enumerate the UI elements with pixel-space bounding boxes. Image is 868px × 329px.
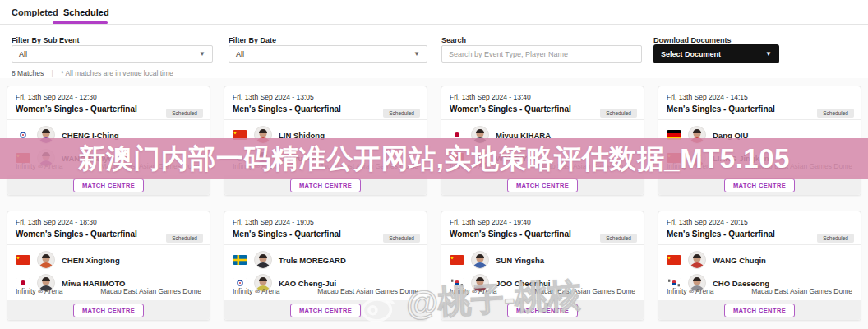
status-badge: Scheduled — [817, 109, 854, 118]
results-meta: 8 Matches | * All matches are in venue l… — [12, 69, 173, 77]
venue-court: Infinity ∞ Arena — [667, 287, 714, 295]
match-centre-button[interactable]: MATCH CENTRE — [724, 304, 795, 317]
select-document-label: Select Document — [661, 50, 721, 58]
divider — [224, 244, 427, 245]
sub-event-filter-label: Filter By Sub Event — [12, 36, 80, 44]
tab-bar: Completed Scheduled — [0, 0, 868, 25]
player-name: JOO Cheonhui — [496, 279, 551, 288]
promo-banner-text: 新澳门内部一码精准公开网站,实地策略评估数据_MT5.105 — [78, 141, 790, 178]
date-select[interactable]: All ▼ — [229, 45, 427, 63]
sub-event-select[interactable]: All ▼ — [12, 45, 213, 63]
player-row: SUN Yingsha — [441, 249, 644, 271]
match-date: Fri, 13th Sep 2024 - 13:05 — [233, 93, 418, 101]
page: Completed Scheduled Filter By Sub Event … — [0, 0, 868, 329]
venue-row: Infinity ∞ Arena Macao East Asian Games … — [16, 287, 201, 295]
match-centre-button[interactable]: MATCH CENTRE — [507, 304, 578, 317]
match-grid: Fri, 13th Sep 2024 - 12:30 Women's Singl… — [7, 86, 861, 321]
player-name: CHEN Xingtong — [62, 256, 120, 265]
search-input[interactable] — [441, 45, 642, 63]
date-value: All — [236, 50, 244, 58]
player-name: SUN Yingsha — [496, 256, 544, 265]
download-documents-label: Download Documents — [653, 36, 732, 44]
venue-name: Macao East Asian Games Dome — [100, 287, 201, 295]
status-badge: Scheduled — [383, 234, 420, 243]
divider: | — [52, 69, 53, 77]
player-name: Truls MOREGARD — [279, 256, 346, 265]
player-row: Truls MOREGARD — [224, 249, 427, 271]
match-centre-button[interactable]: MATCH CENTRE — [290, 178, 361, 192]
match-date: Fri, 13th Sep 2024 - 12:30 — [16, 93, 201, 101]
match-count: 8 Matches — [12, 69, 44, 77]
player-name: WANG Chuqin — [713, 256, 766, 265]
card-footer: MATCH CENTRE — [658, 300, 861, 320]
card-footer: MATCH CENTRE — [7, 300, 210, 320]
match-card: Fri, 13th Sep 2024 - 19:40 Women's Singl… — [441, 211, 644, 321]
match-card: Fri, 13th Sep 2024 - 18:30 Women's Singl… — [7, 211, 210, 321]
player-row: CHEN Xingtong — [7, 249, 210, 271]
date-filter-label: Filter By Date — [229, 36, 276, 44]
divider — [441, 119, 644, 120]
venue-court: Infinity ∞ Arena — [450, 287, 497, 295]
promo-banner-overlay: 新澳门内部一码精准公开网站,实地策略评估数据_MT5.105 — [0, 138, 868, 179]
venue-court: Infinity ∞ Arena — [16, 287, 63, 295]
match-centre-button[interactable]: MATCH CENTRE — [290, 304, 361, 317]
card-footer: MATCH CENTRE — [441, 300, 644, 320]
player-name: Miwa HARIMOTO — [62, 279, 125, 288]
venue-row: Infinity ∞ Arena Macao East Asian Games … — [233, 287, 418, 295]
match-date: Fri, 13th Sep 2024 - 19:05 — [233, 218, 418, 226]
player-row: WANG Chuqin — [658, 249, 861, 271]
match-date: Fri, 13th Sep 2024 - 19:40 — [450, 218, 635, 226]
flag-chn-icon — [450, 255, 464, 265]
flag-swe-icon — [233, 255, 247, 265]
match-date: Fri, 13th Sep 2024 - 18:30 — [16, 218, 201, 226]
venue-row: Infinity ∞ Arena Macao East Asian Games … — [450, 287, 635, 295]
search-label: Search — [441, 36, 466, 44]
match-date: Fri, 13th Sep 2024 - 14:15 — [667, 93, 852, 101]
local-time-note: * All matches are in venue local time — [61, 69, 173, 77]
venue-row: Infinity ∞ Arena Macao East Asian Games … — [667, 287, 852, 295]
player-avatar — [37, 251, 55, 269]
venue-court: Infinity ∞ Arena — [233, 287, 280, 295]
match-card: Fri, 13th Sep 2024 - 19:05 Men's Singles… — [224, 211, 427, 321]
match-centre-button[interactable]: MATCH CENTRE — [73, 178, 144, 192]
chevron-down-icon: ▼ — [413, 50, 420, 58]
venue-name: Macao East Asian Games Dome — [317, 287, 418, 295]
status-badge: Scheduled — [600, 234, 637, 243]
player-name: KAO Cheng-Jui — [279, 279, 336, 288]
tab-scheduled[interactable]: Scheduled — [63, 7, 109, 17]
match-centre-button[interactable]: MATCH CENTRE — [724, 178, 795, 192]
chevron-down-icon: ▼ — [199, 50, 205, 58]
venue-name: Macao East Asian Games Dome — [751, 287, 852, 295]
match-card: Fri, 13th Sep 2024 - 20:15 Men's Singles… — [658, 211, 861, 321]
status-badge: Scheduled — [817, 234, 854, 243]
match-date: Fri, 13th Sep 2024 - 20:15 — [667, 218, 852, 226]
chevron-down-icon: ▼ — [765, 50, 772, 58]
divider — [441, 244, 644, 245]
venue-name: Macao East Asian Games Dome — [534, 287, 635, 295]
flag-chn-icon — [667, 255, 681, 265]
card-footer: MATCH CENTRE — [224, 300, 427, 320]
active-tab-underline — [53, 21, 108, 24]
status-badge: Scheduled — [600, 109, 637, 118]
player-avatar — [471, 251, 489, 269]
player-avatar — [688, 251, 706, 269]
divider — [658, 244, 861, 245]
status-badge: Scheduled — [383, 109, 420, 118]
divider — [7, 244, 210, 245]
status-badge: Scheduled — [166, 109, 203, 118]
divider — [658, 119, 861, 120]
divider — [7, 119, 210, 120]
divider — [224, 119, 427, 120]
match-list-area: Fri, 13th Sep 2024 - 12:30 Women's Singl… — [0, 78, 868, 329]
match-centre-button[interactable]: MATCH CENTRE — [73, 304, 144, 317]
match-centre-button[interactable]: MATCH CENTRE — [507, 178, 578, 192]
flag-chn-icon — [16, 255, 30, 265]
status-badge: Scheduled — [166, 234, 203, 243]
player-name: CHO Daeseong — [713, 279, 769, 288]
select-document-button[interactable]: Select Document ▼ — [653, 44, 779, 63]
match-date: Fri, 13th Sep 2024 - 13:40 — [450, 93, 635, 101]
tab-completed[interactable]: Completed — [12, 7, 58, 17]
sub-event-value: All — [19, 50, 27, 58]
player-avatar — [254, 251, 272, 269]
